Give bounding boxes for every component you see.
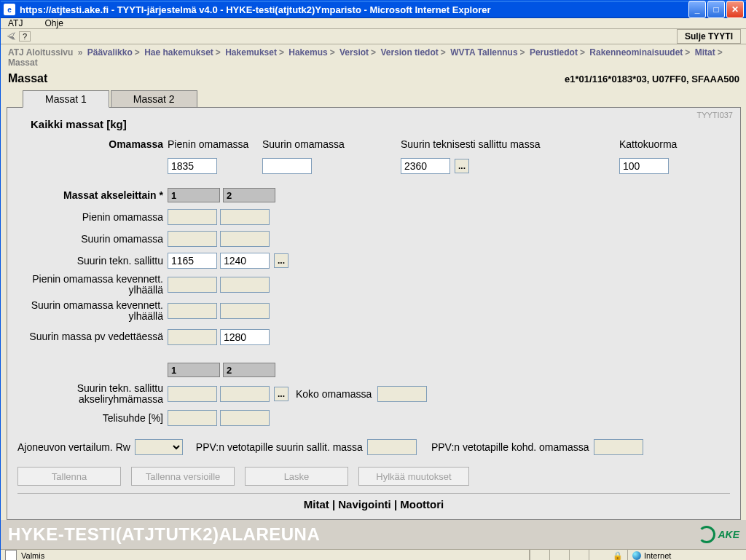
crumb-0[interactable]: ATJ Aloitussivu <box>8 47 73 58</box>
breadcrumb: ATJ Aloitussivu » Päävalikko> Hae hakemu… <box>1 44 746 71</box>
status-ready: Valmis <box>21 551 44 560</box>
tab-massat2[interactable]: Massat 2 <box>111 90 197 108</box>
input-koko-omamassa[interactable] <box>377 386 427 402</box>
ake-swirl-icon <box>698 526 715 543</box>
group-label-ryhma: Suurin tekn. sallittu akseliryhmämassa <box>17 383 168 406</box>
app-window: e https://atjtesti.ake.fi - TYYTI-järjes… <box>0 0 746 560</box>
menubar: ATJ Ohje <box>1 18 746 29</box>
label-massat-akseleittain: Massat akseleittain * <box>17 189 168 201</box>
reject-button[interactable]: Hylkää muutokset <box>358 467 469 486</box>
window-title: https://atjtesti.ake.fi - TYYTI-järjeste… <box>20 4 491 15</box>
label-ppv2: PPV:n vetotapille kohd. omamassa <box>431 441 589 453</box>
group-col-2: 2 <box>223 363 275 377</box>
axle-label-pienin: Pienin omamassa <box>17 211 168 223</box>
label-pienin-omamassa: Pienin omamassa <box>168 138 262 150</box>
axle-pk-1[interactable] <box>168 277 217 293</box>
label-rw: Ajoneuvon vertailum. Rw <box>17 441 130 453</box>
main-panel: TYYTI037 Kaikki massat [kg] Omamassa Pie… <box>7 107 741 520</box>
globe-icon <box>632 551 641 560</box>
close-window-button[interactable]: ✕ <box>726 1 744 18</box>
axle-label-suurin: Suurin omamassa <box>17 233 168 245</box>
page-title: Massat <box>8 72 47 85</box>
titlebar: e https://atjtesti.ake.fi - TYYTI-järjes… <box>1 1 746 18</box>
input-ppv1[interactable] <box>367 439 417 455</box>
close-tyyti-button[interactable]: Sulje TYYTI <box>677 29 741 44</box>
section-kaikki-massat: Kaikki massat [kg] <box>31 118 730 130</box>
axle-label-pv: Suurin massa pv vedettäessä <box>17 331 168 342</box>
axle-pv-2[interactable] <box>220 329 270 345</box>
page-icon <box>5 550 17 560</box>
ake-logo: AKE <box>698 526 739 543</box>
save-button[interactable]: Tallenna <box>17 467 121 486</box>
label-koko-omamassa: Koko omamassa <box>296 388 372 400</box>
env-footer: HYKE-TESTI(ATJTUTK2)ALAREUNA AKE <box>1 520 746 549</box>
crumb-5[interactable]: Versiot <box>339 47 369 58</box>
input-ppv2[interactable] <box>594 439 643 455</box>
header-code: e1*01/116*0183*03, U07FF0, SFAAA500 <box>565 74 739 84</box>
crumb-6[interactable]: Version tiedot <box>380 47 438 58</box>
back-arrow-icon[interactable]: ⮘ <box>7 31 16 42</box>
input-suurin-omamassa[interactable] <box>262 158 312 174</box>
page-header: Massat e1*01/116*0183*03, U07FF0, SFAAA5… <box>1 71 746 90</box>
panel-code: TYYTI037 <box>696 111 733 119</box>
group-label-teli: Telisuhde [%] <box>17 412 168 424</box>
label-kattokuorma: Kattokuorma <box>619 138 677 150</box>
group-ryhma-1[interactable] <box>168 386 217 402</box>
axle-col-1: 1 <box>168 188 220 202</box>
select-rw[interactable] <box>135 439 183 455</box>
group-teli-2[interactable] <box>220 410 270 426</box>
ellipsis-axle-tekn-button[interactable]: ... <box>274 253 288 268</box>
axle-sk-1[interactable] <box>168 303 217 319</box>
calc-button[interactable]: Laske <box>245 467 348 486</box>
group-teli-1[interactable] <box>168 410 217 426</box>
axle-col-2: 2 <box>223 188 275 202</box>
axle-pv-1[interactable] <box>168 329 217 345</box>
axle-label-pk: Pienin omamassa kevennett. ylhäällä <box>17 274 168 296</box>
axle-label-tekn: Suurin tekn. sallittu <box>17 255 168 267</box>
env-text: HYKE-TESTI(ATJTUTK2)ALAREUNA <box>8 524 320 545</box>
axle-sk-2[interactable] <box>220 303 270 319</box>
menu-ohje[interactable]: Ohje <box>44 18 63 28</box>
label-omamassa: Omamassa <box>17 138 168 150</box>
input-pienin-omamassa[interactable] <box>168 158 217 174</box>
nav-links[interactable]: Mitat | Navigointi | Moottori <box>17 495 730 513</box>
axle-tekn-2[interactable] <box>220 253 270 269</box>
axle-label-sk: Suurin omamassa kevennett. ylhäällä <box>17 300 168 323</box>
ellipsis-group-button[interactable]: ... <box>274 387 288 401</box>
lock-icon: 🔒 <box>613 551 623 561</box>
maximize-button[interactable]: □ <box>707 1 725 18</box>
tab-strip: Massat 1 Massat 2 <box>1 90 746 107</box>
save-versions-button[interactable]: Tallenna versioille <box>131 467 235 486</box>
tab-massat1[interactable]: Massat 1 <box>23 90 109 108</box>
axle-pienin-2[interactable] <box>220 209 270 225</box>
ellipsis-tekn-button[interactable]: ... <box>455 159 469 173</box>
menu-atj[interactable]: ATJ <box>8 18 23 28</box>
group-ryhma-2[interactable] <box>220 386 270 402</box>
input-suurin-tekn[interactable] <box>401 158 450 174</box>
label-suurin-omamassa: Suurin omamassa <box>262 138 401 150</box>
minimize-button[interactable]: _ <box>688 1 706 18</box>
crumb-2[interactable]: Hae hakemukset <box>144 47 213 58</box>
crumb-current: Massat <box>8 58 38 68</box>
crumb-1[interactable]: Päävalikko <box>87 47 133 58</box>
help-button[interactable]: ? <box>19 31 31 42</box>
statusbar: Valmis 🔒 Internet <box>1 549 746 560</box>
crumb-7[interactable]: WVTA Tallennus <box>450 47 517 58</box>
ie-icon: e <box>4 4 15 15</box>
group-col-1: 1 <box>168 363 220 377</box>
status-zone: Internet <box>644 551 671 560</box>
crumb-8[interactable]: Perustiedot <box>530 47 578 58</box>
axle-suurin-1[interactable] <box>168 231 217 247</box>
axle-suurin-2[interactable] <box>220 231 270 247</box>
axle-pk-2[interactable] <box>220 277 270 293</box>
label-ppv1: PPV:n vetotapille suurin sallit. massa <box>196 441 363 453</box>
crumb-9[interactable]: Rakenneominaisuudet <box>589 47 683 58</box>
crumb-4[interactable]: Hakemus <box>288 47 327 58</box>
crumb-3[interactable]: Hakemukset <box>225 47 277 58</box>
toolbar: ⮘ ? Sulje TYYTI <box>1 29 746 44</box>
crumb-10[interactable]: Mitat <box>695 47 715 58</box>
axle-pienin-1[interactable] <box>168 209 217 225</box>
axle-tekn-1[interactable] <box>168 253 217 269</box>
label-suurin-tekn: Suurin teknisesti sallittu massa <box>401 138 619 150</box>
input-kattokuorma[interactable] <box>619 158 669 174</box>
